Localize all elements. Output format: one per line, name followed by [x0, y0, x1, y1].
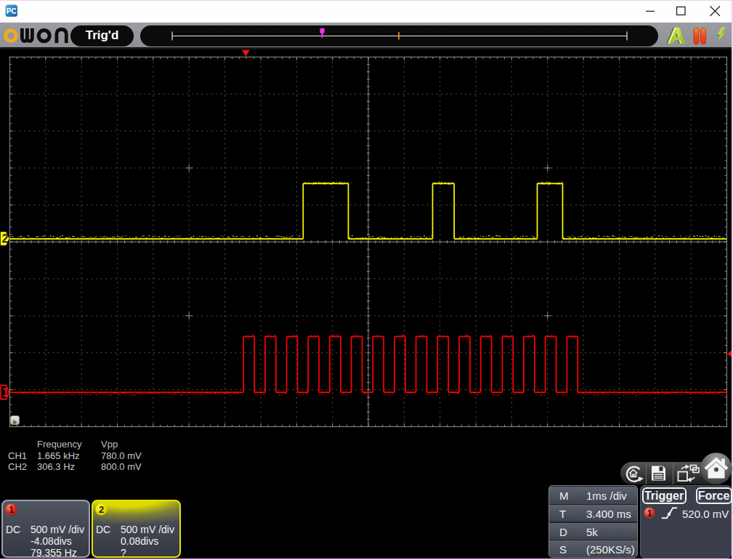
svg-text:1: 1: [647, 508, 652, 519]
svg-text:2: 2: [99, 504, 104, 515]
svg-text:1: 1: [2, 386, 9, 399]
svg-text:2: 2: [2, 232, 9, 245]
svg-text:1: 1: [9, 504, 14, 515]
